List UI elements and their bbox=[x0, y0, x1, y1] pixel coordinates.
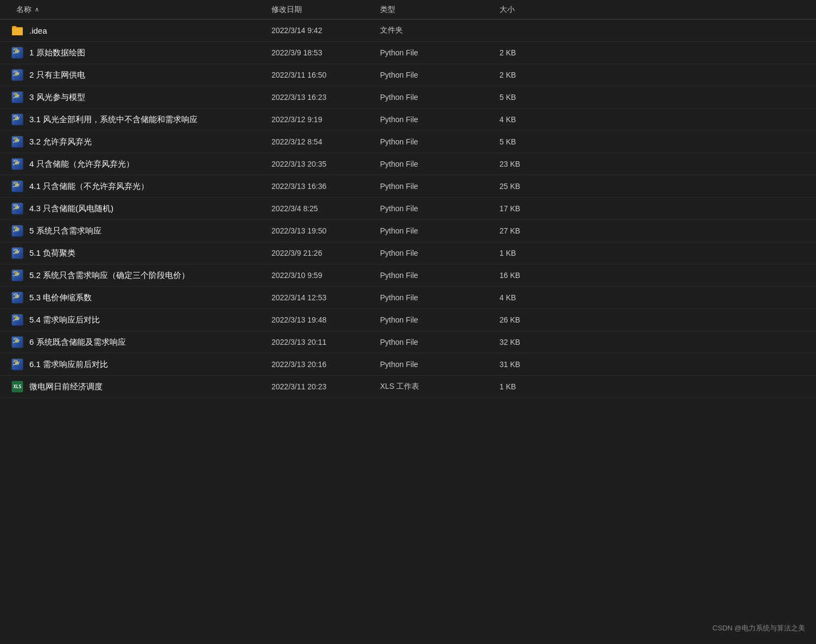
file-size: 16 KB bbox=[499, 271, 570, 280]
table-row[interactable]: py 5.4 需求响应后对比 2022/3/13 19:48 Python Fi… bbox=[0, 309, 816, 331]
file-date: 2022/3/12 8:54 bbox=[271, 137, 380, 146]
file-name-cell: py 6 系统既含储能及需求响应 bbox=[0, 336, 271, 349]
file-date: 2022/3/4 8:25 bbox=[271, 204, 380, 213]
file-size: 31 KB bbox=[499, 360, 570, 369]
file-icon-python: py bbox=[11, 91, 24, 104]
file-name-cell: py 2 只有主网供电 bbox=[0, 68, 271, 81]
file-name: 1 原始数据绘图 bbox=[29, 48, 85, 58]
table-row[interactable]: py 3.2 允许弃风弃光 2022/3/12 8:54 Python File… bbox=[0, 131, 816, 153]
col-date-header[interactable]: 修改日期 bbox=[271, 4, 380, 15]
table-row[interactable]: py 2 只有主网供电 2022/3/11 16:50 Python File … bbox=[0, 64, 816, 86]
table-row[interactable]: py 3 风光参与模型 2022/3/13 16:23 Python File … bbox=[0, 86, 816, 109]
file-icon-python: py bbox=[11, 313, 24, 326]
file-date: 2022/3/13 20:35 bbox=[271, 160, 380, 168]
file-icon-python: py bbox=[11, 247, 24, 260]
file-date: 2022/3/13 20:11 bbox=[271, 338, 380, 346]
file-date: 2022/3/13 16:23 bbox=[271, 93, 380, 102]
file-size: 32 KB bbox=[499, 338, 570, 346]
file-name-cell: py 5.4 需求响应后对比 bbox=[0, 313, 271, 326]
table-row[interactable]: py 1 原始数据绘图 2022/3/9 18:53 Python File 2… bbox=[0, 42, 816, 64]
table-row[interactable]: py 4.1 只含储能（不允许弃风弃光） 2022/3/13 16:36 Pyt… bbox=[0, 175, 816, 198]
file-name: 5 系统只含需求响应 bbox=[29, 226, 102, 236]
file-size: 26 KB bbox=[499, 315, 570, 324]
svg-text:XLS: XLS bbox=[14, 384, 22, 389]
file-name-cell: py 1 原始数据绘图 bbox=[0, 46, 271, 59]
file-type: Python File bbox=[380, 360, 499, 369]
table-row[interactable]: py 6.1 需求响应前后对比 2022/3/13 20:16 Python F… bbox=[0, 353, 816, 376]
table-row[interactable]: py 5.3 电价伸缩系数 2022/3/14 12:53 Python Fil… bbox=[0, 287, 816, 309]
size-header-label: 大小 bbox=[499, 5, 515, 14]
col-type-header[interactable]: 类型 bbox=[380, 4, 499, 15]
file-icon-python: py bbox=[11, 157, 24, 171]
file-date: 2022/3/11 20:23 bbox=[271, 382, 380, 391]
table-row[interactable]: py 3.1 风光全部利用，系统中不含储能和需求响应 2022/3/12 9:1… bbox=[0, 109, 816, 131]
file-type: Python File bbox=[380, 271, 499, 280]
file-date: 2022/3/9 21:26 bbox=[271, 249, 380, 257]
file-name-cell: py 5.1 负荷聚类 bbox=[0, 247, 271, 260]
file-name-cell: py 3.1 风光全部利用，系统中不含储能和需求响应 bbox=[0, 113, 271, 126]
file-icon-python: py bbox=[11, 68, 24, 81]
file-name: 4.3 只含储能(风电随机) bbox=[29, 204, 113, 214]
file-list: .idea 2022/3/14 9:42 文件夹 py 1 原始数据绘图 20 bbox=[0, 20, 816, 398]
col-name-header[interactable]: 名称 ∧ bbox=[0, 5, 271, 15]
table-row[interactable]: py 5 系统只含需求响应 2022/3/13 19:50 Python Fil… bbox=[0, 220, 816, 242]
file-name-cell: py 5.2 系统只含需求响应（确定三个阶段电价） bbox=[0, 269, 271, 282]
file-icon-python: py bbox=[11, 202, 24, 215]
file-icon-python: py bbox=[11, 224, 24, 237]
file-date: 2022/3/14 12:53 bbox=[271, 293, 380, 302]
file-date: 2022/3/10 9:59 bbox=[271, 271, 380, 280]
file-size: 5 KB bbox=[499, 137, 570, 146]
file-type: Python File bbox=[380, 249, 499, 257]
file-type: Python File bbox=[380, 137, 499, 146]
file-size: 17 KB bbox=[499, 204, 570, 213]
file-icon-folder bbox=[11, 24, 24, 37]
file-name-cell: XLS 微电网日前经济调度 bbox=[0, 380, 271, 393]
file-name-cell: py 3 风光参与模型 bbox=[0, 91, 271, 104]
table-row[interactable]: py 4 只含储能（允许弃风弃光） 2022/3/13 20:35 Python… bbox=[0, 153, 816, 175]
file-icon-python: py bbox=[11, 180, 24, 193]
file-type: Python File bbox=[380, 182, 499, 191]
file-size: 1 KB bbox=[499, 249, 570, 257]
date-header-label: 修改日期 bbox=[271, 5, 302, 14]
file-size: 5 KB bbox=[499, 93, 570, 102]
file-date: 2022/3/13 16:36 bbox=[271, 182, 380, 191]
file-name-cell: py 6.1 需求响应前后对比 bbox=[0, 358, 271, 371]
file-name-cell: py 5.3 电价伸缩系数 bbox=[0, 291, 271, 304]
col-size-header[interactable]: 大小 bbox=[499, 4, 570, 15]
file-name-cell: py 3.2 允许弃风弃光 bbox=[0, 135, 271, 148]
file-name: 3 风光参与模型 bbox=[29, 92, 85, 103]
file-icon-python: py bbox=[11, 291, 24, 304]
file-name-cell: py 5 系统只含需求响应 bbox=[0, 224, 271, 237]
table-row[interactable]: py 4.3 只含储能(风电随机) 2022/3/4 8:25 Python F… bbox=[0, 198, 816, 220]
table-row[interactable]: py 6 系统既含储能及需求响应 2022/3/13 20:11 Python … bbox=[0, 331, 816, 353]
file-type: Python File bbox=[380, 226, 499, 235]
file-type: Python File bbox=[380, 71, 499, 79]
file-size: 1 KB bbox=[499, 382, 570, 391]
table-row[interactable]: .idea 2022/3/14 9:42 文件夹 bbox=[0, 20, 816, 42]
file-icon-python: py bbox=[11, 113, 24, 126]
file-size: 27 KB bbox=[499, 226, 570, 235]
table-row[interactable]: py 5.1 负荷聚类 2022/3/9 21:26 Python File 1… bbox=[0, 242, 816, 264]
file-date: 2022/3/11 16:50 bbox=[271, 71, 380, 79]
file-name: 4.1 只含储能（不允许弃风弃光） bbox=[29, 181, 149, 192]
file-name: 6 系统既含储能及需求响应 bbox=[29, 337, 126, 348]
file-size: 23 KB bbox=[499, 160, 570, 168]
file-name: 5.3 电价伸缩系数 bbox=[29, 293, 92, 303]
file-type: Python File bbox=[380, 293, 499, 302]
file-name: 6.1 需求响应前后对比 bbox=[29, 359, 108, 370]
file-type: Python File bbox=[380, 338, 499, 346]
file-name: 5.1 负荷聚类 bbox=[29, 248, 75, 258]
file-size: 4 KB bbox=[499, 115, 570, 124]
table-row[interactable]: XLS 微电网日前经济调度 2022/3/11 20:23 XLS 工作表 1 … bbox=[0, 376, 816, 398]
file-type: Python File bbox=[380, 93, 499, 102]
file-type: XLS 工作表 bbox=[380, 382, 499, 392]
name-header-label: 名称 bbox=[16, 5, 31, 15]
file-date: 2022/3/14 9:42 bbox=[271, 26, 380, 35]
file-icon-python: py bbox=[11, 46, 24, 59]
file-size: 2 KB bbox=[499, 71, 570, 79]
table-row[interactable]: py 5.2 系统只含需求响应（确定三个阶段电价） 2022/3/10 9:59… bbox=[0, 264, 816, 287]
file-explorer: 名称 ∧ 修改日期 类型 大小 .idea 2022/3/14 9:42 文件夹 bbox=[0, 0, 816, 644]
sort-arrow[interactable]: ∧ bbox=[35, 6, 39, 13]
file-size: 4 KB bbox=[499, 293, 570, 302]
file-date: 2022/3/13 19:48 bbox=[271, 315, 380, 324]
